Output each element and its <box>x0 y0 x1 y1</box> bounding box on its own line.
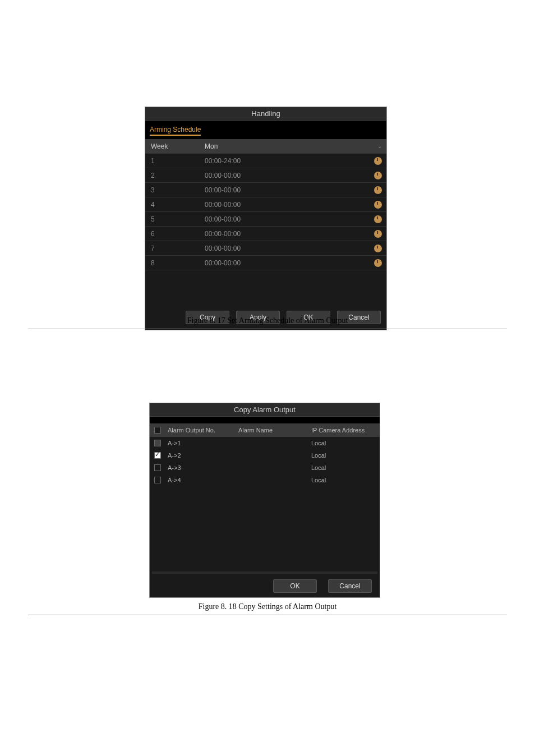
header-alarm-name: Alarm Name <box>238 427 311 434</box>
schedule-row: 3 00:00-00:00 <box>145 183 386 197</box>
clock-icon[interactable] <box>374 172 382 179</box>
row-num: 8 <box>145 259 201 267</box>
row-num: 7 <box>145 245 201 252</box>
cancel-button[interactable]: Cancel <box>328 579 372 593</box>
list-row: A->2 Local <box>150 449 380 462</box>
row-num: 4 <box>145 201 201 209</box>
divider <box>28 615 507 615</box>
select-all-checkbox[interactable] <box>154 427 161 434</box>
row-num: 5 <box>145 215 201 223</box>
schedule-row: 2 00:00-00:00 <box>145 168 386 183</box>
time-value: 00:00-00:00 <box>205 215 241 223</box>
button-row: OK Cancel <box>150 575 380 597</box>
time-cell[interactable]: 00:00-00:00 <box>201 259 386 267</box>
ip-address: Local <box>311 464 380 471</box>
ip-address: Local <box>311 477 380 483</box>
checkbox-cell <box>150 464 165 471</box>
caption-block: Figure 8. 17 Set Arming Schedule of Alar… <box>0 312 535 329</box>
schedule-row: 6 00:00-00:00 <box>145 227 386 241</box>
time-value: 00:00-00:00 <box>205 201 241 209</box>
figure-caption: Figure 8. 18 Copy Settings of Alarm Outp… <box>0 602 535 611</box>
schedule-row: 4 00:00-00:00 <box>145 197 386 212</box>
clock-icon[interactable] <box>374 186 382 194</box>
time-cell[interactable]: 00:00-00:00 <box>201 172 386 179</box>
copy-alarm-dialog: Copy Alarm Output Alarm Output No. Alarm… <box>149 403 380 598</box>
clock-icon[interactable] <box>374 201 382 209</box>
header-spacer <box>150 417 380 423</box>
dialog-title: Handling <box>145 107 386 121</box>
schedule-row: 8 00:00-00:00 <box>145 256 386 270</box>
time-value: 00:00-00:00 <box>205 172 241 179</box>
chevron-down-icon: ⌄ <box>377 143 382 149</box>
week-label: Week <box>145 142 201 150</box>
output-no: A->1 <box>165 440 238 446</box>
header-ip-address: IP Camera Address <box>311 427 380 434</box>
row-num: 6 <box>145 230 201 238</box>
time-cell[interactable]: 00:00-00:00 <box>201 215 386 223</box>
caption-block: Figure 8. 18 Copy Settings of Alarm Outp… <box>0 598 535 615</box>
time-value: 00:00-00:00 <box>205 230 241 238</box>
clock-icon[interactable] <box>374 259 382 267</box>
row-num: 2 <box>145 172 201 179</box>
week-value: Mon <box>205 142 218 150</box>
row-checkbox[interactable] <box>154 452 161 459</box>
header-output-no: Alarm Output No. <box>165 427 238 434</box>
time-value: 00:00-00:00 <box>205 245 241 252</box>
clock-icon[interactable] <box>374 157 382 165</box>
handling-dialog: Handling Arming Schedule Week Mon ⌄ 1 00… <box>145 107 387 330</box>
schedule-header: Week Mon ⌄ <box>145 139 386 154</box>
checkbox-cell <box>150 477 165 483</box>
tab-row: Arming Schedule <box>145 121 386 139</box>
clock-icon[interactable] <box>374 245 382 252</box>
time-cell[interactable]: 00:00-00:00 <box>201 186 386 194</box>
checkbox-cell <box>150 440 165 446</box>
schedule-content: Week Mon ⌄ 1 00:00-24:00 2 00:00-00:00 3… <box>145 139 386 305</box>
output-no: A->2 <box>165 452 238 459</box>
ok-button[interactable]: OK <box>273 579 317 593</box>
list-filler <box>150 486 380 570</box>
header-checkbox-cell <box>150 427 165 434</box>
time-value: 00:00-00:00 <box>205 186 241 194</box>
list-row: A->3 Local <box>150 462 380 474</box>
list-header: Alarm Output No. Alarm Name IP Camera Ad… <box>150 423 380 437</box>
schedule-row: 7 00:00-00:00 <box>145 241 386 256</box>
output-no: A->4 <box>165 477 238 483</box>
time-value: 00:00-24:00 <box>205 157 241 165</box>
list-row: A->1 Local <box>150 437 380 449</box>
time-value: 00:00-00:00 <box>205 259 241 267</box>
divider <box>28 329 507 329</box>
ip-address: Local <box>311 440 380 446</box>
time-cell[interactable]: 00:00-00:00 <box>201 230 386 238</box>
row-num: 3 <box>145 186 201 194</box>
schedule-row: 5 00:00-00:00 <box>145 212 386 227</box>
ip-address: Local <box>311 452 380 459</box>
figure-caption: Figure 8. 17 Set Arming Schedule of Alar… <box>0 316 535 325</box>
row-checkbox[interactable] <box>154 477 161 483</box>
time-cell[interactable]: 00:00-00:00 <box>201 245 386 252</box>
week-select[interactable]: Mon ⌄ <box>201 142 386 150</box>
clock-icon[interactable] <box>374 215 382 223</box>
output-no: A->3 <box>165 464 238 471</box>
list-row: A->4 Local <box>150 474 380 486</box>
row-checkbox[interactable] <box>154 464 161 471</box>
dialog-title: Copy Alarm Output <box>150 403 380 417</box>
scrollbar[interactable] <box>152 571 377 574</box>
time-cell[interactable]: 00:00-00:00 <box>201 201 386 209</box>
schedule-row: 1 00:00-24:00 <box>145 154 386 168</box>
checkbox-cell <box>150 452 165 459</box>
tab-arming-schedule[interactable]: Arming Schedule <box>150 126 201 136</box>
time-cell[interactable]: 00:00-24:00 <box>201 157 386 165</box>
row-checkbox <box>154 440 161 446</box>
spacer <box>145 270 386 305</box>
clock-icon[interactable] <box>374 230 382 238</box>
row-num: 1 <box>145 157 201 165</box>
